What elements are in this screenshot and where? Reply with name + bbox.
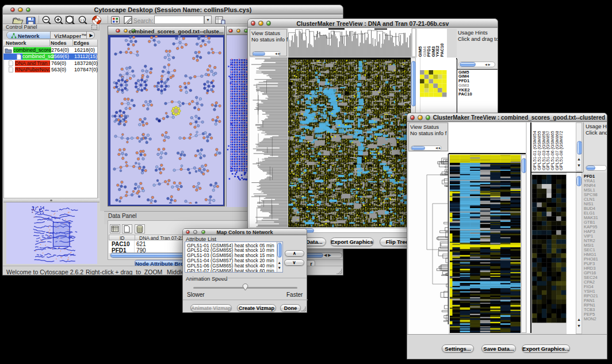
svg-text:GPL51-08 (GSM872: GPL51-08 (GSM872 (559, 131, 564, 170)
svg-text:PAC10: PAC10 (439, 43, 445, 57)
svg-text:1:1: 1:1 (80, 18, 85, 22)
